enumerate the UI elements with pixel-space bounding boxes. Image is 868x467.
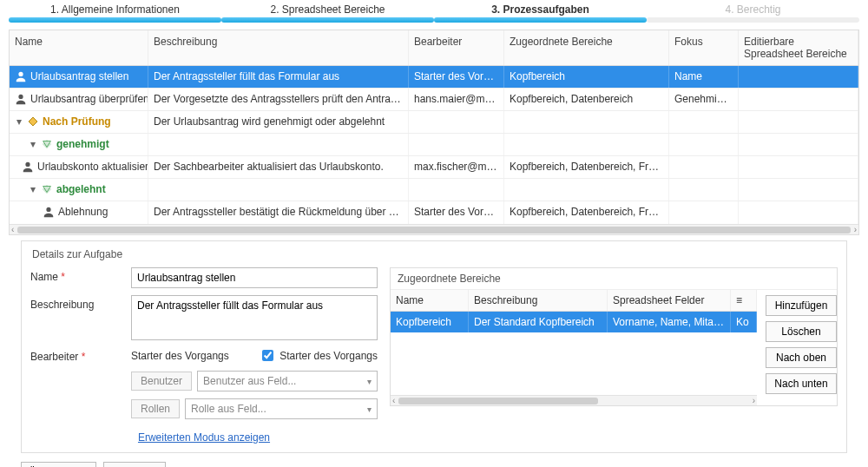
row-name: Urlaubskonto aktualisieren [37,161,148,173]
tree-toggle-icon[interactable]: ▾ [15,117,23,126]
tree-toggle-icon[interactable]: ▾ [29,140,37,148]
scroll-left-icon[interactable]: ‹ [392,396,395,405]
role-from-field-select[interactable]: Rolle aus Feld...▾ [185,398,378,419]
as-col-menu[interactable]: ≡ [731,290,757,311]
table-row[interactable]: Urlaubsantrag stellenDer Antragssteller … [10,66,858,89]
wizard-step-3[interactable]: 3. Prozessaufgaben [434,0,647,23]
row-name: Urlaubsantrag überprüfen [30,93,148,105]
row-name: Ablehnung [58,206,108,218]
starter-checkbox[interactable]: Starter des Vorgangs [259,347,378,364]
svg-rect-0 [29,117,37,126]
wizard-step-4: 4. Berechtig [647,0,859,23]
delete-button[interactable]: Löschen [766,321,837,342]
row-name: genehmigt [56,138,109,150]
chevron-down-icon: ▾ [367,405,372,414]
col-editable[interactable]: Editierbare Spreadsheet Bereiche [739,30,858,65]
row-name: Nach Prüfung [43,115,111,128]
table-row[interactable]: Urlaubsantrag überprüfenDer Vorgesetzte … [10,89,858,111]
tasks-grid-hscroll[interactable]: ‹ › [10,224,858,234]
add-button[interactable]: Hinzufügen [766,295,837,316]
details-title: Details zur Aufgabe [32,248,838,260]
branch-icon [27,115,39,128]
editor-value: Starter des Vorgangs [131,350,253,362]
user-button[interactable]: Benutzer [131,372,192,391]
details-form: Name Beschreibung Bearbeiter Starter des… [30,267,378,444]
menu-icon: ≡ [736,294,742,306]
col-editor[interactable]: Bearbeiter [409,30,504,65]
advanced-mode-link[interactable]: Erweiterten Modus anzeigen [138,431,270,444]
name-label: Name [30,267,124,288]
user-icon [15,93,27,105]
move-up-button[interactable]: Nach oben [766,347,837,368]
table-row[interactable]: ▾abgelehnt [10,179,858,201]
editor-label: Bearbeiter [30,347,124,364]
user-from-field-select[interactable]: Benutzer aus Feld...▾ [197,371,378,391]
user-icon [22,161,34,173]
assigned-row[interactable]: Kopfbereich Der Standard Kopfbereich Vor… [391,312,757,332]
desc-input[interactable] [131,295,378,340]
wizard-steps: 1. Allgemeine Informationen 2. Spreadshe… [0,0,868,23]
chevron-down-icon: ▾ [367,377,372,386]
table-row[interactable]: ▾genehmigt [10,134,858,156]
case-icon [41,138,53,150]
wizard-step-2[interactable]: 2. Spreadsheet Bereiche [221,0,434,23]
assigned-areas-panel: Zugeordnete Bereiche Name Beschreibung S… [390,267,838,406]
user-icon [43,206,55,218]
task-details-panel: Details zur Aufgabe Name Beschreibung Be… [21,240,847,453]
move-down-button[interactable]: Nach unten [766,373,837,394]
case-icon [41,183,53,195]
row-name: Urlaubsantrag stellen [30,70,128,82]
scroll-right-icon[interactable]: › [854,225,857,234]
as-col-name[interactable]: Name [391,290,469,311]
row-name: abgelehnt [56,183,106,195]
col-assigned[interactable]: Zugeordnete Bereiche [504,30,669,65]
tasks-grid-header: Name Beschreibung Bearbeiter Zugeordnete… [10,30,858,66]
col-desc[interactable]: Beschreibung [148,30,409,65]
discard-button[interactable]: Verwerfen [103,462,166,467]
roles-button[interactable]: Rollen [131,399,180,418]
desc-label: Beschreibung [30,295,124,340]
as-col-fields[interactable]: Spreadsheet Felder [608,290,731,311]
scroll-left-icon[interactable]: ‹ [11,225,14,234]
tree-toggle-icon[interactable]: ▾ [29,185,37,194]
tasks-grid: Name Beschreibung Bearbeiter Zugeordnete… [9,30,859,235]
user-icon [15,70,27,82]
as-col-desc[interactable]: Beschreibung [469,290,608,311]
col-name[interactable]: Name [10,30,148,65]
apply-button[interactable]: Übernehmen [21,462,96,467]
wizard-step-1[interactable]: 1. Allgemeine Informationen [9,0,221,23]
assigned-title: Zugeordnete Bereiche [391,268,837,290]
col-focus[interactable]: Fokus [669,30,739,65]
assigned-hscroll[interactable]: ‹ › [391,395,757,405]
table-row[interactable]: ▾Nach PrüfungDer Urlaubsantrag wird gene… [10,111,858,134]
table-row[interactable]: Urlaubskonto aktualisierenDer Sachbearbe… [10,156,858,179]
table-row[interactable]: AblehnungDer Antragssteller bestätigt di… [10,201,858,224]
name-input[interactable] [131,267,378,288]
scroll-right-icon[interactable]: › [753,396,755,405]
